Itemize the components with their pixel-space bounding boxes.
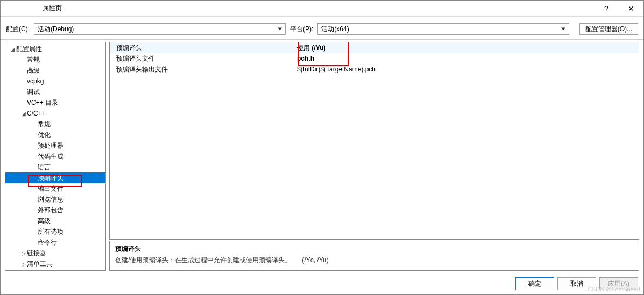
tree-label: 链接器 [27, 249, 46, 258]
tree-sidebar[interactable]: ◢ 配置属性 常规 高级 vcpkg 调试 VC++ 目录 ◢C/C++ 常规 … [5, 42, 106, 271]
tree-item-manifest[interactable]: ▷清单工具 [5, 258, 105, 269]
tree-item-cpp-output[interactable]: 输出文件 [5, 183, 105, 194]
tree-label: 配置属性 [16, 45, 42, 54]
prop-name: 预编译头输出文件 [110, 65, 295, 74]
close-button[interactable]: ✕ [619, 1, 643, 17]
desc-flags: (/Yc, /Yu) [302, 256, 328, 264]
description-panel: 预编译头 创建/使用预编译头：在生成过程中允许创建或使用预编译头。 (/Yc, … [109, 241, 639, 271]
apply-button[interactable]: 应用(A) [599, 277, 638, 290]
tree-item-cpp-external[interactable]: 外部包含 [5, 205, 105, 215]
tree-label: 浏览信息 [38, 195, 63, 204]
tree-item-general[interactable]: 常规 [5, 54, 105, 65]
prop-row-pch-file[interactable]: 预编译头文件 pch.h [110, 53, 639, 64]
prop-value[interactable]: 使用 (/Yu) [295, 44, 639, 53]
desc-text: 创建/使用预编译头：在生成过程中允许创建或使用预编译头。 (/Yc, /Yu) [115, 256, 633, 265]
prop-name: 预编译头 [110, 44, 295, 53]
prop-value[interactable]: $(IntDir)$(TargetName).pch [295, 66, 639, 73]
tree-label: 常规 [27, 55, 40, 64]
tree-label: C/C++ [27, 110, 46, 117]
content-area: 预编译头 使用 (/Yu) 预编译头文件 pch.h 预编译头输出文件 $(In… [109, 42, 639, 271]
tree-label: 语言 [38, 163, 51, 172]
cancel-button[interactable]: 取消 [557, 277, 596, 290]
tree-item-cpp-general[interactable]: 常规 [5, 119, 105, 129]
tree-label: 调试 [27, 88, 40, 97]
tree: ◢ 配置属性 常规 高级 vcpkg 调试 VC++ 目录 ◢C/C++ 常规 … [5, 42, 105, 270]
config-value: 活动(Debug) [38, 25, 74, 34]
prop-row-pch[interactable]: 预编译头 使用 (/Yu) [110, 42, 639, 53]
caret-right-icon: ▷ [20, 250, 27, 256]
tree-label: 所有选项 [38, 227, 63, 236]
tree-label: VC++ 目录 [27, 98, 58, 107]
desc-body: 创建/使用预编译头：在生成过程中允许创建或使用预编译头。 [115, 256, 291, 264]
main-area: ◢ 配置属性 常规 高级 vcpkg 调试 VC++ 目录 ◢C/C++ 常规 … [1, 39, 643, 273]
tree-item-cpp-optimize[interactable]: 优化 [5, 129, 105, 140]
tree-item-vcdirs[interactable]: VC++ 目录 [5, 97, 105, 108]
tree-item-cpp-advanced[interactable]: 高级 [5, 215, 105, 226]
tree-label: 代码生成 [38, 152, 63, 161]
platform-dropdown[interactable]: 活动(x64) [317, 23, 569, 35]
caret-down-icon: ◢ [10, 46, 16, 52]
tree-item-cpp[interactable]: ◢C/C++ [5, 108, 105, 119]
tree-item-linker[interactable]: ▷链接器 [5, 248, 105, 258]
tree-label: 优化 [38, 131, 51, 140]
caret-down-icon: ◢ [20, 111, 27, 117]
tree-root-config-props[interactable]: ◢ 配置属性 [5, 44, 105, 54]
desc-title: 预编译头 [115, 244, 633, 254]
tree-label: 预编译头 [38, 174, 63, 183]
property-pages-dialog: 属性页 ? ✕ 配置(C): 活动(Debug) 平台(P): 活动(x64) … [0, 0, 644, 295]
titlebar: 属性页 ? ✕ [1, 1, 643, 17]
window-title: 属性页 [43, 4, 62, 13]
caret-right-icon: ▷ [20, 261, 27, 267]
tree-label: 清单工具 [27, 260, 53, 269]
prop-value[interactable]: pch.h [295, 55, 639, 62]
tree-item-cpp-browse[interactable]: 浏览信息 [5, 194, 105, 205]
tree-item-cpp-cmdline[interactable]: 命令行 [5, 237, 105, 248]
tree-label: 外部包含 [38, 206, 63, 215]
tree-item-cpp-codegen[interactable]: 代码生成 [5, 151, 105, 162]
titlebar-buttons: ? ✕ [594, 1, 643, 17]
tree-item-vcpkg[interactable]: vcpkg [5, 76, 105, 87]
tree-label: 高级 [27, 66, 40, 75]
tree-label: vcpkg [27, 77, 44, 85]
platform-label: 平台(P): [290, 25, 313, 34]
tree-item-cpp-pch[interactable]: 预编译头 [5, 172, 105, 183]
platform-value: 活动(x64) [321, 25, 349, 34]
tree-item-cpp-preprocessor[interactable]: 预处理器 [5, 140, 105, 151]
config-dropdown[interactable]: 活动(Debug) [34, 23, 286, 35]
tree-label: 命令行 [38, 238, 57, 247]
prop-row-pch-output[interactable]: 预编译头输出文件 $(IntDir)$(TargetName).pch [110, 64, 639, 75]
tree-item-cpp-all[interactable]: 所有选项 [5, 226, 105, 237]
tree-label: 高级 [38, 217, 51, 226]
property-grid[interactable]: 预编译头 使用 (/Yu) 预编译头文件 pch.h 预编译头输出文件 $(In… [109, 42, 639, 240]
tree-label: 预处理器 [38, 141, 63, 150]
tree-item-cpp-language[interactable]: 语言 [5, 162, 105, 172]
tree-label: 输出文件 [38, 184, 63, 193]
tree-item-debug[interactable]: 调试 [5, 87, 105, 97]
tree-label: 常规 [38, 120, 51, 129]
config-row: 配置(C): 活动(Debug) 平台(P): 活动(x64) 配置管理器(O)… [1, 17, 643, 39]
tree-item-advanced[interactable]: 高级 [5, 65, 105, 76]
help-button[interactable]: ? [594, 1, 619, 17]
config-manager-button[interactable]: 配置管理器(O)... [579, 23, 638, 35]
ok-button[interactable]: 确定 [515, 277, 554, 290]
prop-name: 预编译头文件 [110, 54, 295, 63]
footer: 确定 取消 应用(A) [1, 273, 643, 294]
config-label: 配置(C): [6, 25, 30, 34]
